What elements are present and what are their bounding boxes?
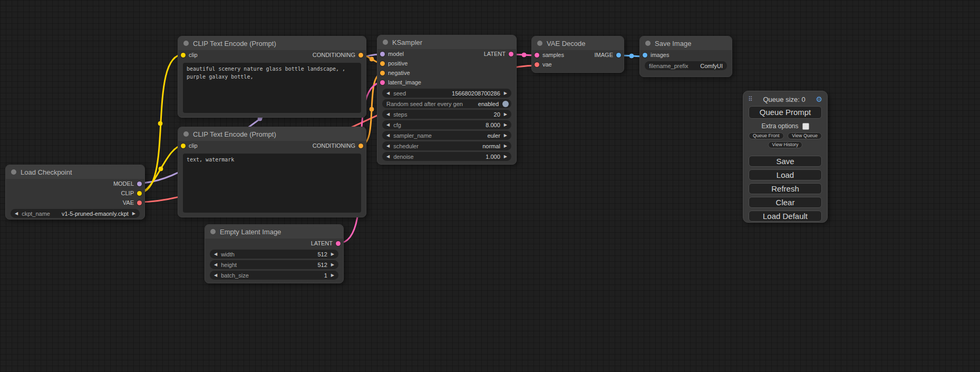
random-seed-toggle-widget[interactable]: Random seed after every gen enabled	[382, 99, 511, 108]
denoise-widget[interactable]: ◀ denoise 1.000 ▶	[382, 152, 511, 161]
port-clip-input[interactable]: clip	[181, 52, 198, 58]
negative-input-dot[interactable]	[380, 71, 385, 75]
node-save-image[interactable]: Save Image images filename_prefix ComfyU…	[639, 36, 732, 77]
view-queue-button[interactable]: View Queue	[788, 132, 822, 139]
node-title-bar[interactable]: Empty Latent Image	[205, 225, 343, 239]
node-title-bar[interactable]: CLIP Text Encode (Prompt)	[178, 36, 366, 50]
latent-output-dot[interactable]	[509, 52, 513, 56]
image-output-dot[interactable]	[616, 53, 621, 58]
port-latent-output[interactable]: LATENT	[484, 51, 513, 57]
decrement-arrow-icon[interactable]: ◀	[386, 133, 390, 138]
positive-input-dot[interactable]	[380, 61, 385, 66]
increment-arrow-icon[interactable]: ▶	[132, 211, 135, 216]
seed-widget[interactable]: ◀ seed 156680208700286 ▶	[382, 89, 511, 98]
node-clip-text-encode-positive[interactable]: CLIP Text Encode (Prompt) clip CONDITION…	[178, 36, 366, 118]
increment-arrow-icon[interactable]: ▶	[331, 273, 334, 278]
node-title-bar[interactable]: Load Checkpoint	[6, 165, 144, 179]
prompt-textarea[interactable]: text, watermark	[183, 154, 361, 213]
decrement-arrow-icon[interactable]: ◀	[386, 112, 390, 117]
save-button[interactable]: Save	[749, 156, 822, 167]
increment-arrow-icon[interactable]: ▶	[331, 252, 334, 256]
port-latent-output[interactable]: LATENT	[311, 240, 341, 246]
load-default-button[interactable]: Load Default	[749, 211, 822, 222]
queue-front-button[interactable]: Queue Front	[749, 132, 784, 139]
decrement-arrow-icon[interactable]: ◀	[214, 252, 217, 256]
ckpt-name-widget[interactable]: ◀ ckpt_name v1-5-pruned-emaonly.ckpt ▶	[11, 209, 140, 218]
settings-gear-icon[interactable]: ⚙	[816, 95, 822, 103]
port-images-input[interactable]: images	[643, 52, 669, 58]
batch-size-widget[interactable]: ◀ batch_size 1 ▶	[210, 271, 338, 280]
decrement-arrow-icon[interactable]: ◀	[386, 91, 390, 96]
cfg-widget[interactable]: ◀ cfg 8.000 ▶	[382, 120, 511, 129]
toggle-knob[interactable]	[502, 101, 509, 107]
port-negative-input[interactable]: negative	[380, 70, 410, 76]
increment-arrow-icon[interactable]: ▶	[331, 262, 334, 267]
increment-arrow-icon[interactable]: ▶	[504, 154, 507, 159]
port-clip-output[interactable]: CLIP	[121, 190, 142, 196]
drag-handle-icon[interactable]: ⠿	[748, 96, 753, 103]
load-button[interactable]: Load	[749, 169, 822, 180]
decrement-arrow-icon[interactable]: ◀	[386, 122, 390, 127]
queue-prompt-button[interactable]: Queue Prompt	[749, 106, 822, 119]
samples-input-dot[interactable]	[535, 53, 539, 58]
latent-output-dot[interactable]	[336, 241, 341, 246]
node-load-checkpoint[interactable]: Load Checkpoint MODEL CLIP VAE ◀ ckpt_na…	[5, 165, 145, 220]
refresh-button[interactable]: Refresh	[749, 183, 822, 194]
height-widget[interactable]: ◀ height 512 ▶	[210, 260, 338, 269]
port-conditioning-output[interactable]: CONDITIONING	[313, 142, 363, 149]
port-conditioning-output[interactable]: CONDITIONING	[313, 52, 363, 58]
increment-arrow-icon[interactable]: ▶	[504, 91, 507, 96]
filename-prefix-widget[interactable]: filename_prefix ComfyUI	[645, 61, 727, 70]
node-title-bar[interactable]: Save Image	[640, 36, 732, 50]
node-title-bar[interactable]: CLIP Text Encode (Prompt)	[178, 127, 366, 141]
decrement-arrow-icon[interactable]: ◀	[15, 211, 18, 216]
decrement-arrow-icon[interactable]: ◀	[214, 273, 217, 278]
model-output-dot[interactable]	[137, 182, 142, 186]
steps-widget[interactable]: ◀ steps 20 ▶	[382, 110, 511, 119]
port-vae-output[interactable]: VAE	[123, 199, 142, 206]
port-label: IMAGE	[595, 52, 613, 58]
view-history-button[interactable]: View History	[768, 141, 803, 148]
decrement-arrow-icon[interactable]: ◀	[386, 144, 390, 148]
clip-input-dot[interactable]	[181, 53, 186, 58]
extra-options-checkbox[interactable]	[802, 123, 809, 130]
node-empty-latent-image[interactable]: Empty Latent Image LATENT ◀ width 512 ▶ …	[205, 224, 344, 283]
width-widget[interactable]: ◀ width 512 ▶	[210, 250, 338, 259]
node-title-bar[interactable]: KSampler	[377, 35, 516, 49]
increment-arrow-icon[interactable]: ▶	[504, 133, 507, 138]
graph-canvas[interactable]: Load Checkpoint MODEL CLIP VAE ◀ ckpt_na…	[0, 0, 980, 372]
increment-arrow-icon[interactable]: ▶	[504, 144, 507, 148]
latent-image-input-dot[interactable]	[380, 80, 385, 85]
node-clip-text-encode-negative[interactable]: CLIP Text Encode (Prompt) clip CONDITION…	[178, 127, 366, 217]
clip-output-dot[interactable]	[137, 191, 142, 196]
sampler-name-widget[interactable]: ◀ sampler_name euler ▶	[382, 131, 511, 140]
conditioning-output-dot[interactable]	[358, 144, 363, 148]
images-input-dot[interactable]	[643, 53, 647, 58]
decrement-arrow-icon[interactable]: ◀	[214, 262, 217, 267]
decrement-arrow-icon[interactable]: ◀	[386, 154, 390, 159]
scheduler-widget[interactable]: ◀ scheduler normal ▶	[382, 141, 511, 150]
queue-panel[interactable]: ⠿ Queue size: 0 ⚙ Queue Prompt Extra opt…	[743, 91, 828, 223]
port-positive-input[interactable]: positive	[380, 60, 407, 66]
node-vae-decode[interactable]: VAE Decode samples IMAGE vae	[531, 36, 624, 73]
port-vae-input[interactable]: vae	[535, 61, 552, 68]
port-model-input[interactable]: model	[380, 51, 404, 57]
widget-value: normal	[482, 143, 500, 149]
port-samples-input[interactable]: samples	[535, 52, 564, 58]
port-model-output[interactable]: MODEL	[113, 180, 142, 187]
node-title-bar[interactable]: VAE Decode	[532, 36, 624, 50]
port-image-output[interactable]: IMAGE	[595, 52, 621, 58]
clear-button[interactable]: Clear	[749, 197, 822, 208]
widget-value: 8.000	[486, 122, 500, 128]
port-latent-image-input[interactable]: latent_image	[380, 79, 421, 85]
node-ksampler[interactable]: KSampler model LATENT positive negative	[377, 35, 517, 165]
port-clip-input[interactable]: clip	[181, 142, 198, 149]
vae-output-dot[interactable]	[137, 201, 142, 205]
prompt-textarea[interactable]: beautiful scenery nature glass bottle la…	[183, 63, 361, 113]
increment-arrow-icon[interactable]: ▶	[504, 112, 507, 117]
vae-input-dot[interactable]	[535, 62, 539, 67]
increment-arrow-icon[interactable]: ▶	[504, 122, 507, 127]
clip-input-dot[interactable]	[181, 144, 186, 148]
model-input-dot[interactable]	[380, 52, 385, 56]
conditioning-output-dot[interactable]	[358, 53, 363, 58]
